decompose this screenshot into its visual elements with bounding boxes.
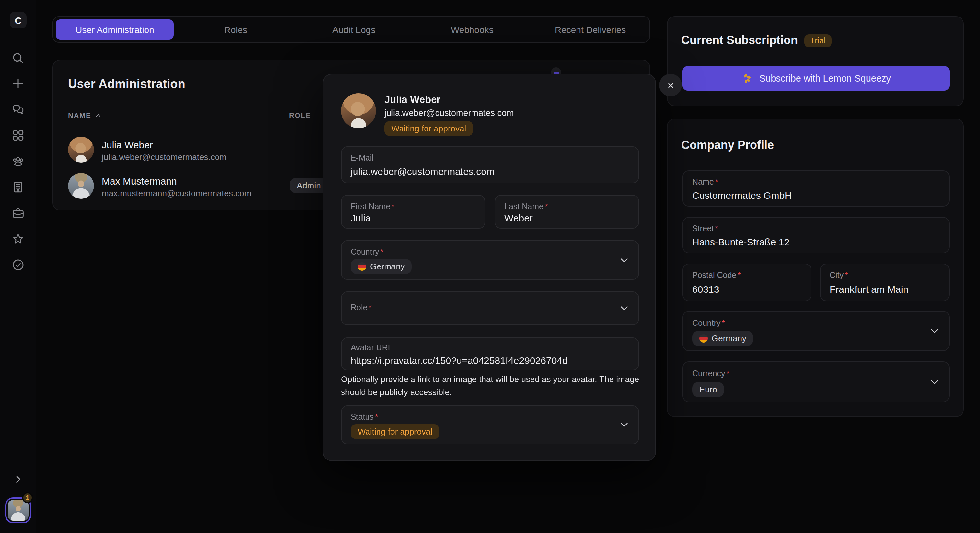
required-asterisk: * xyxy=(845,271,848,280)
sidebar-item-apps[interactable] xyxy=(11,128,25,143)
chat-icon xyxy=(11,103,25,117)
subscribe-button-label: Subscribe with Lemon Squeezy xyxy=(759,73,891,84)
sidebar: C 1 xyxy=(0,0,36,533)
app-logo[interactable]: C xyxy=(10,12,27,29)
tab-recent-deliveries[interactable]: Recent Deliveries xyxy=(531,17,649,42)
last-name-field[interactable]: Last Name* Weber xyxy=(495,195,639,228)
tab-user-administration[interactable]: User Administration xyxy=(56,19,174,40)
required-asterisk: * xyxy=(715,224,718,233)
role-badge: Admin xyxy=(290,178,328,193)
current-subscription-panel: Current Subscription Trial Subscribe wit… xyxy=(667,16,964,106)
grid-icon xyxy=(11,128,25,143)
app-window: C 1 xyxy=(0,0,980,533)
field-label: Role xyxy=(351,303,367,312)
avatar xyxy=(8,500,29,521)
search-icon xyxy=(11,51,25,65)
field-value: Weber xyxy=(504,213,533,224)
column-header-role: ROLE xyxy=(289,111,311,119)
country-select[interactable]: Country* Germany xyxy=(341,240,639,280)
subscribe-button[interactable]: Subscribe with Lemon Squeezy xyxy=(682,66,950,90)
company-profile-title: Company Profile xyxy=(681,139,774,152)
sidebar-item-create[interactable] xyxy=(11,76,25,90)
required-asterisk: * xyxy=(726,369,729,378)
required-asterisk: * xyxy=(722,319,725,328)
logo-letter: C xyxy=(14,14,22,25)
top-tab-bar: User Administration Roles Audit Logs Web… xyxy=(52,16,650,43)
modal-user-name: Julia Weber xyxy=(384,94,441,106)
chevron-down-icon xyxy=(929,326,940,336)
chevron-down-icon xyxy=(619,420,629,430)
briefcase-icon xyxy=(11,206,25,220)
sidebar-item-favorites[interactable] xyxy=(11,232,25,246)
field-label: E-Mail xyxy=(351,154,374,163)
chevron-down-icon xyxy=(619,303,629,314)
sidebar-item-users[interactable] xyxy=(11,155,25,169)
sidebar-item-workspace[interactable] xyxy=(11,206,25,220)
user-name: Julia Weber xyxy=(102,139,153,150)
sidebar-item-tasks[interactable] xyxy=(11,258,25,272)
required-asterisk: * xyxy=(391,202,395,211)
user-email: max.mustermann@customermates.com xyxy=(102,189,251,198)
status-chip: Waiting for approval xyxy=(351,424,439,439)
avatar-url-field[interactable]: Avatar URL https://i.pravatar.cc/150?u=a… xyxy=(341,338,639,370)
email-field[interactable]: E-Mail julia.weber@customermates.com xyxy=(341,146,639,183)
modal-status-badge: Waiting for approval xyxy=(384,121,473,136)
tab-audit-logs[interactable]: Audit Logs xyxy=(295,17,413,42)
subscription-title: Current Subscription xyxy=(681,34,798,47)
required-asterisk: * xyxy=(380,247,383,257)
postal-code-field[interactable]: Postal Code* 60313 xyxy=(682,263,811,301)
modal-close-button[interactable] xyxy=(659,74,682,97)
column-header-name[interactable]: NAME xyxy=(68,111,102,119)
company-profile-panel: Company Profile Name* Customermates GmbH… xyxy=(667,119,964,417)
field-label: Name xyxy=(692,178,714,187)
trial-badge: Trial xyxy=(804,34,832,47)
chevron-right-icon xyxy=(12,473,24,485)
sidebar-item-search[interactable] xyxy=(11,51,25,65)
status-select[interactable]: Status* Waiting for approval xyxy=(341,405,639,444)
avatar xyxy=(68,136,94,163)
plus-icon xyxy=(11,76,25,90)
field-value: julia.weber@customermates.com xyxy=(351,166,495,177)
sort-ascending-icon xyxy=(94,112,102,119)
required-asterisk: * xyxy=(738,271,740,280)
field-label: Country xyxy=(351,247,379,257)
field-value: 60313 xyxy=(692,284,719,295)
company-country-select[interactable]: Country* Germany xyxy=(682,311,950,351)
tab-webhooks[interactable]: Webhooks xyxy=(413,17,531,42)
germany-flag-icon xyxy=(358,262,366,271)
currency-select[interactable]: Currency* Euro xyxy=(682,362,950,402)
field-label: Last Name xyxy=(504,202,544,211)
field-label: Postal Code xyxy=(692,271,736,280)
star-icon xyxy=(11,232,25,246)
chevron-down-icon xyxy=(619,255,629,265)
sidebar-item-company[interactable] xyxy=(11,180,25,194)
avatar-help-text: Optionally provide a link to an image th… xyxy=(341,373,640,398)
chevron-down-icon xyxy=(929,377,940,387)
role-select[interactable]: Role* xyxy=(341,292,639,325)
sidebar-expand-button[interactable] xyxy=(12,473,24,485)
field-label: Country xyxy=(692,319,721,328)
modal-user-avatar xyxy=(341,93,376,128)
field-label: Avatar URL xyxy=(351,343,393,352)
required-asterisk: * xyxy=(369,303,371,312)
field-label: First Name xyxy=(351,202,390,211)
first-name-field[interactable]: First Name* Julia xyxy=(341,195,485,228)
city-field[interactable]: City* Frankfurt am Main xyxy=(820,263,950,301)
field-label: Status xyxy=(351,412,374,422)
user-email: julia.weber@customermates.com xyxy=(102,152,226,162)
field-value: https://i.pravatar.cc/150?u=a042581f4e29… xyxy=(351,355,568,366)
field-value: Hans-Bunte-Straße 12 xyxy=(692,236,789,247)
close-icon xyxy=(666,81,675,90)
currency-chip: Euro xyxy=(692,382,724,397)
user-name: Max Mustermann xyxy=(102,176,177,187)
field-value: Frankfurt am Main xyxy=(830,284,908,295)
field-label: City xyxy=(830,271,843,280)
notification-badge: 1 xyxy=(22,492,33,503)
sidebar-item-messages[interactable] xyxy=(11,103,25,117)
country-chip: Germany xyxy=(692,331,754,346)
field-label: Street xyxy=(692,224,714,233)
tab-roles[interactable]: Roles xyxy=(177,17,295,42)
company-name-field[interactable]: Name* Customermates GmbH xyxy=(682,170,950,206)
user-detail-modal: Julia Weber julia.weber@customermates.co… xyxy=(323,74,656,461)
street-field[interactable]: Street* Hans-Bunte-Straße 12 xyxy=(682,217,950,253)
